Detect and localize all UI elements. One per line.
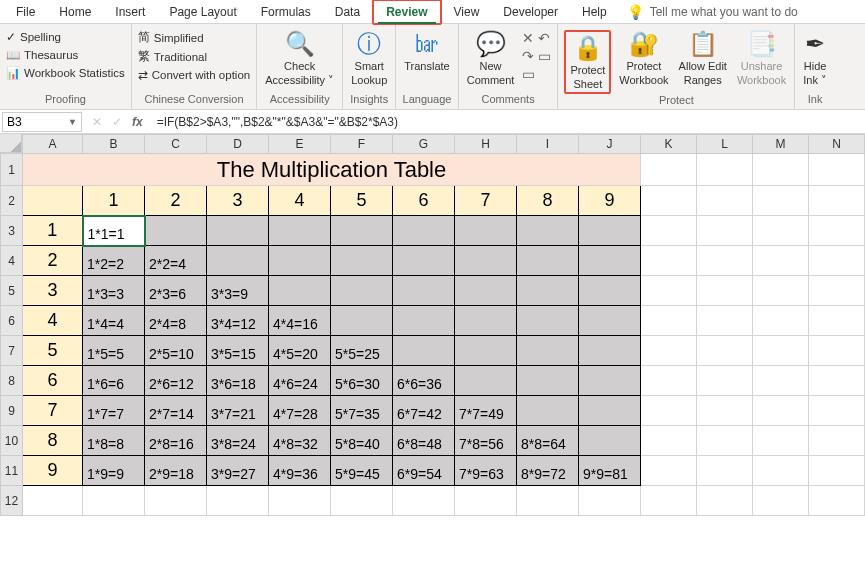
cell[interactable] bbox=[641, 486, 697, 516]
row-header-10[interactable]: 10 bbox=[1, 426, 23, 456]
tab-insert[interactable]: Insert bbox=[103, 1, 157, 23]
col-header-D[interactable]: D bbox=[207, 135, 269, 154]
cell[interactable] bbox=[753, 426, 809, 456]
col-num-4[interactable]: 4 bbox=[269, 186, 331, 216]
cell[interactable] bbox=[207, 486, 269, 516]
thesaurus-button[interactable]: 📖Thesaurus bbox=[6, 48, 125, 62]
row-num-7[interactable]: 7 bbox=[23, 396, 83, 426]
cell[interactable] bbox=[809, 396, 865, 426]
cell[interactable]: 5*6=30 bbox=[331, 366, 393, 396]
cell[interactable] bbox=[809, 456, 865, 486]
cell[interactable] bbox=[753, 246, 809, 276]
cell[interactable] bbox=[641, 186, 697, 216]
tab-page-layout[interactable]: Page Layout bbox=[157, 1, 248, 23]
cell[interactable] bbox=[455, 336, 517, 366]
col-num-1[interactable]: 1 bbox=[83, 186, 145, 216]
cancel-icon[interactable]: ✕ bbox=[92, 115, 102, 129]
col-num-9[interactable]: 9 bbox=[579, 186, 641, 216]
cell[interactable] bbox=[579, 276, 641, 306]
cell[interactable] bbox=[809, 186, 865, 216]
cell[interactable] bbox=[393, 216, 455, 246]
cell[interactable] bbox=[269, 246, 331, 276]
cell[interactable]: 8*8=64 bbox=[517, 426, 579, 456]
cell[interactable]: 3*6=18 bbox=[207, 366, 269, 396]
cell[interactable]: 5*7=35 bbox=[331, 396, 393, 426]
tab-data[interactable]: Data bbox=[323, 1, 372, 23]
cell[interactable] bbox=[269, 486, 331, 516]
col-header-L[interactable]: L bbox=[697, 135, 753, 154]
cell[interactable] bbox=[697, 154, 753, 186]
cell[interactable] bbox=[641, 306, 697, 336]
cell[interactable] bbox=[579, 336, 641, 366]
cell[interactable] bbox=[753, 396, 809, 426]
cell[interactable]: 1*9=9 bbox=[83, 456, 145, 486]
cell[interactable] bbox=[579, 366, 641, 396]
cell[interactable]: 1*1=1 bbox=[83, 216, 145, 246]
cell[interactable]: 5*5=25 bbox=[331, 336, 393, 366]
tab-help[interactable]: Help bbox=[570, 1, 619, 23]
cell[interactable]: 7*7=49 bbox=[455, 396, 517, 426]
allow-edit-ranges-button[interactable]: 📋 Allow Edit Ranges bbox=[677, 30, 729, 86]
col-header-K[interactable]: K bbox=[641, 135, 697, 154]
cell[interactable] bbox=[753, 336, 809, 366]
row-num-2[interactable]: 2 bbox=[23, 246, 83, 276]
cell[interactable] bbox=[207, 246, 269, 276]
cell[interactable] bbox=[393, 246, 455, 276]
col-header-A[interactable]: A bbox=[23, 135, 83, 154]
show-all-icon[interactable]: ▭ bbox=[522, 66, 535, 82]
row-header-1[interactable]: 1 bbox=[1, 154, 23, 186]
cell[interactable]: 6*6=36 bbox=[393, 366, 455, 396]
convert-option-button[interactable]: ⇄Convert with option bbox=[138, 68, 250, 82]
cell[interactable] bbox=[331, 246, 393, 276]
cell[interactable] bbox=[697, 336, 753, 366]
cell[interactable]: 1*7=7 bbox=[83, 396, 145, 426]
cell[interactable]: 1*4=4 bbox=[83, 306, 145, 336]
col-num-2[interactable]: 2 bbox=[145, 186, 207, 216]
cell[interactable] bbox=[641, 426, 697, 456]
cell[interactable] bbox=[331, 216, 393, 246]
row-num-5[interactable]: 5 bbox=[23, 336, 83, 366]
tab-home[interactable]: Home bbox=[47, 1, 103, 23]
row-header-2[interactable]: 2 bbox=[1, 186, 23, 216]
cell[interactable]: 7*8=56 bbox=[455, 426, 517, 456]
cell[interactable]: 4*5=20 bbox=[269, 336, 331, 366]
cell[interactable] bbox=[207, 216, 269, 246]
col-num-6[interactable]: 6 bbox=[393, 186, 455, 216]
cell[interactable] bbox=[697, 366, 753, 396]
cell[interactable] bbox=[331, 276, 393, 306]
col-header-I[interactable]: I bbox=[517, 135, 579, 154]
cell[interactable]: 5*8=40 bbox=[331, 426, 393, 456]
cell[interactable] bbox=[641, 396, 697, 426]
traditional-button[interactable]: 繁Traditional bbox=[138, 49, 250, 64]
cell[interactable] bbox=[145, 216, 207, 246]
unshare-workbook-button[interactable]: 📑 Unshare Workbook bbox=[735, 30, 788, 86]
cell[interactable] bbox=[517, 306, 579, 336]
tab-file[interactable]: File bbox=[4, 1, 47, 23]
spelling-button[interactable]: ✓Spelling bbox=[6, 30, 125, 44]
formula-input[interactable]: =IF(B$2>$A3,"",B$2&"*"&$A3&"="&B$2*$A3) bbox=[151, 113, 865, 131]
cell[interactable] bbox=[641, 456, 697, 486]
cell[interactable] bbox=[269, 276, 331, 306]
cell[interactable] bbox=[393, 276, 455, 306]
cell[interactable] bbox=[331, 306, 393, 336]
cell[interactable]: 2*2=4 bbox=[145, 246, 207, 276]
name-box[interactable]: B3 ▼ bbox=[2, 112, 82, 132]
cell[interactable] bbox=[455, 216, 517, 246]
cell[interactable] bbox=[641, 276, 697, 306]
cell[interactable]: 1*3=3 bbox=[83, 276, 145, 306]
tab-developer[interactable]: Developer bbox=[491, 1, 570, 23]
cell[interactable] bbox=[579, 426, 641, 456]
cell[interactable] bbox=[809, 216, 865, 246]
row-num-9[interactable]: 9 bbox=[23, 456, 83, 486]
cell[interactable]: 3*3=9 bbox=[207, 276, 269, 306]
smart-lookup-button[interactable]: ⓘ Smart Lookup bbox=[349, 30, 389, 86]
cell[interactable] bbox=[83, 486, 145, 516]
cell[interactable] bbox=[517, 246, 579, 276]
cell[interactable] bbox=[809, 336, 865, 366]
row-header-3[interactable]: 3 bbox=[1, 216, 23, 246]
simplified-button[interactable]: 简Simplified bbox=[138, 30, 250, 45]
cell[interactable] bbox=[269, 216, 331, 246]
cell[interactable]: 4*4=16 bbox=[269, 306, 331, 336]
cell[interactable] bbox=[697, 396, 753, 426]
cell[interactable] bbox=[517, 276, 579, 306]
